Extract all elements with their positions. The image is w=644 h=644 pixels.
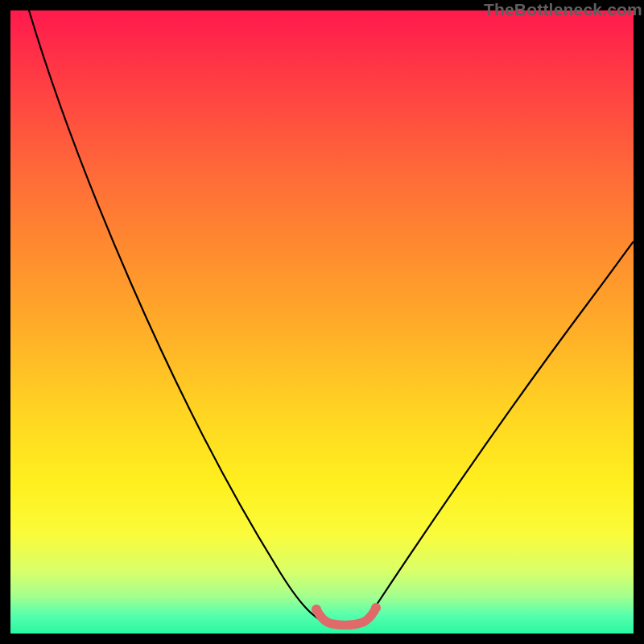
bottleneck-curve: [29, 10, 634, 625]
watermark-text: TheBottleneck.com: [484, 0, 642, 19]
optimal-zone-marker: [316, 608, 376, 625]
optimal-zone-endpoint-left: [312, 605, 321, 614]
chart-svg: [10, 10, 634, 634]
chart-frame: [10, 10, 634, 634]
optimal-zone-endpoint-right: [371, 603, 381, 613]
